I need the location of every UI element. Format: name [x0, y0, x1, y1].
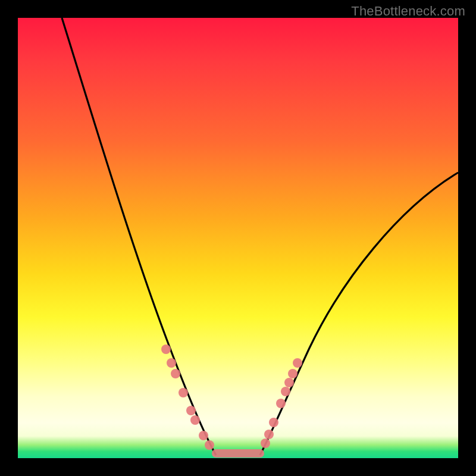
marker-dot	[171, 369, 180, 378]
marker-dot	[293, 358, 302, 368]
marker-dot	[178, 388, 188, 397]
marker-dot	[284, 378, 294, 387]
chart-frame: TheBottleneck.com	[0, 0, 476, 476]
marker-dot	[205, 440, 214, 450]
marker-dot	[161, 345, 171, 354]
marker-dot	[167, 358, 176, 368]
marker-dot	[288, 369, 298, 378]
curve-right	[260, 173, 458, 455]
marker-dot	[264, 430, 274, 439]
watermark-text: TheBottleneck.com	[351, 4, 465, 19]
marker-dot	[261, 439, 270, 448]
chart-svg	[18, 18, 458, 458]
curve-left	[62, 18, 216, 455]
marker-dot	[269, 418, 278, 427]
marker-dot	[281, 387, 290, 396]
marker-dot	[186, 406, 196, 415]
marker-dot	[190, 415, 200, 425]
marker-dot	[276, 399, 286, 408]
plot-area	[18, 18, 458, 458]
marker-dot	[199, 431, 208, 440]
